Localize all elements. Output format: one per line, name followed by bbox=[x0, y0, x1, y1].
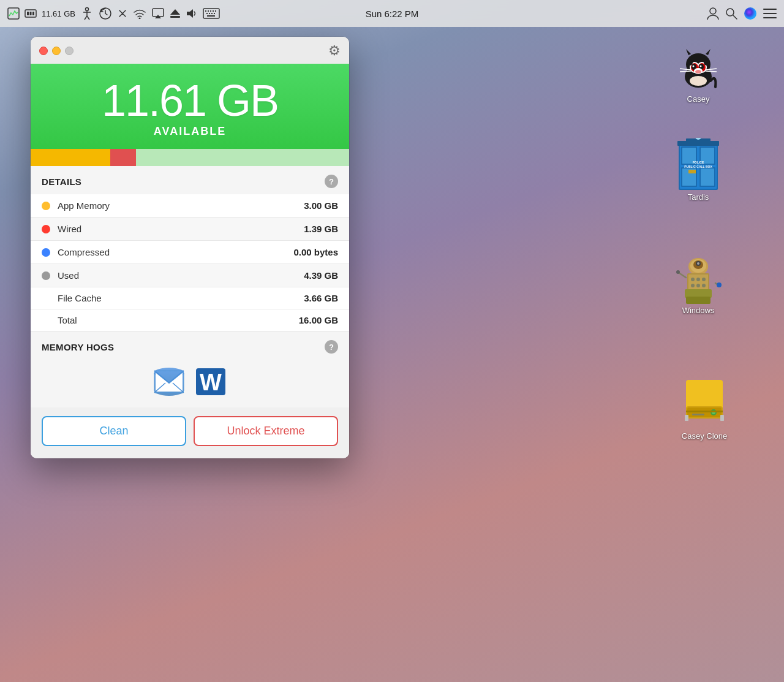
svg-rect-91 bbox=[686, 380, 723, 411]
menubar-right bbox=[707, 7, 777, 20]
detail-row-app-memory: App Memory 3.00 GB bbox=[31, 194, 349, 218]
svg-rect-18 bbox=[205, 10, 206, 12]
svg-line-86 bbox=[679, 273, 686, 278]
casey-icon-image bbox=[674, 43, 723, 92]
desktop-icon-casey-clone[interactable]: Casey Clone bbox=[674, 380, 735, 441]
svg-rect-3 bbox=[30, 12, 32, 15]
memory-menubar-display: 11.61 GB bbox=[42, 9, 75, 18]
keyboard-icon[interactable] bbox=[203, 7, 220, 20]
svg-rect-90 bbox=[686, 297, 710, 304]
detail-row-used: Used 4.39 GB bbox=[31, 264, 349, 287]
wired-label: Wired bbox=[58, 224, 304, 234]
svg-point-87 bbox=[676, 270, 680, 274]
close-button[interactable] bbox=[39, 47, 48, 55]
casey-clone-label: Casey Clone bbox=[682, 431, 727, 441]
svg-marker-49 bbox=[686, 49, 691, 55]
accessibility-icon[interactable] bbox=[80, 7, 94, 20]
wired-value: 1.39 GB bbox=[304, 224, 338, 234]
file-cache-value: 3.66 GB bbox=[304, 293, 338, 303]
mail-hog-icon[interactable] bbox=[153, 366, 185, 398]
compressed-label: Compressed bbox=[58, 247, 293, 257]
dot-used bbox=[42, 271, 50, 280]
svg-line-30 bbox=[733, 15, 737, 19]
bar-app-memory bbox=[31, 149, 110, 166]
used-value: 4.39 GB bbox=[304, 270, 338, 281]
svg-point-55 bbox=[690, 76, 707, 86]
wifi-icon[interactable] bbox=[133, 8, 146, 19]
desktop-icon-casey[interactable]: Casey bbox=[668, 43, 729, 104]
menubar: 11.61 GB bbox=[0, 0, 784, 27]
activity-monitor-icon[interactable] bbox=[7, 7, 20, 20]
casey-clone-icon-image bbox=[680, 380, 729, 429]
hogs-help-icon[interactable]: ? bbox=[325, 340, 338, 354]
svg-point-46 bbox=[695, 70, 701, 74]
svg-point-43 bbox=[693, 66, 695, 67]
details-help-icon[interactable]: ? bbox=[325, 175, 338, 188]
available-label: AVAILABLE bbox=[43, 125, 337, 138]
windows-icon-image bbox=[674, 254, 723, 303]
svg-point-29 bbox=[726, 9, 734, 16]
maximize-button[interactable] bbox=[65, 47, 74, 55]
time-machine-icon[interactable] bbox=[99, 7, 112, 20]
tardis-icon-image: POLICE PUBLIC CALL BOX bbox=[674, 141, 723, 190]
user-icon[interactable] bbox=[707, 7, 719, 20]
details-section: DETAILS ? App Memory 3.00 GB Wired 1.39 … bbox=[31, 166, 349, 332]
svg-point-81 bbox=[702, 278, 706, 281]
svg-point-11 bbox=[138, 18, 140, 20]
menu-icon[interactable] bbox=[763, 8, 777, 19]
bar-available bbox=[136, 149, 349, 166]
word-hog-icon[interactable]: W bbox=[195, 366, 227, 398]
memory-header: 11.61 GB AVAILABLE bbox=[31, 64, 349, 149]
menubar-clock: Sun 6:22 PM bbox=[366, 9, 419, 19]
svg-rect-26 bbox=[214, 13, 215, 14]
svg-point-79 bbox=[691, 278, 695, 281]
svg-line-8 bbox=[85, 16, 87, 20]
svg-point-48 bbox=[704, 59, 710, 66]
svg-rect-85 bbox=[685, 289, 712, 298]
svg-rect-27 bbox=[207, 15, 215, 17]
tardis-label: Tardis bbox=[688, 192, 709, 202]
svg-rect-25 bbox=[211, 13, 213, 14]
details-title: DETAILS bbox=[42, 176, 81, 187]
clean-button[interactable]: Clean bbox=[42, 416, 186, 446]
svg-rect-20 bbox=[210, 10, 211, 12]
svg-point-89 bbox=[717, 282, 722, 287]
svg-rect-15 bbox=[170, 16, 180, 18]
bluetooth-icon[interactable] bbox=[117, 7, 128, 20]
app-memory-label: App Memory bbox=[58, 200, 304, 211]
svg-marker-16 bbox=[187, 9, 193, 18]
search-icon[interactable] bbox=[725, 7, 737, 20]
detail-row-file-cache: File Cache 3.66 GB bbox=[31, 287, 349, 309]
desktop-icon-windows[interactable]: Windows bbox=[668, 254, 729, 315]
svg-rect-4 bbox=[32, 12, 34, 15]
dot-app-memory bbox=[42, 202, 50, 210]
app-window: ⚙ 11.61 GB AVAILABLE DETAILS ? App Memor… bbox=[31, 37, 349, 458]
detail-row-total: Total 16.00 GB bbox=[31, 309, 349, 332]
minimize-button[interactable] bbox=[52, 47, 61, 55]
svg-line-54 bbox=[706, 71, 717, 72]
detail-row-compressed: Compressed 0.00 bytes bbox=[31, 241, 349, 264]
unlock-extreme-button[interactable]: Unlock Extreme bbox=[194, 416, 338, 446]
svg-rect-96 bbox=[692, 414, 704, 415]
svg-rect-65 bbox=[701, 169, 714, 186]
eject-icon[interactable] bbox=[170, 7, 181, 20]
siri-icon[interactable] bbox=[744, 7, 757, 20]
airplay-icon[interactable] bbox=[151, 7, 165, 20]
hogs-title: MEMORY HOGS bbox=[42, 342, 114, 352]
svg-point-28 bbox=[710, 8, 716, 14]
dot-compressed bbox=[42, 248, 50, 257]
svg-point-80 bbox=[696, 278, 700, 281]
action-buttons: Clean Unlock Extreme bbox=[31, 407, 349, 458]
svg-rect-22 bbox=[215, 10, 216, 12]
details-header: DETAILS ? bbox=[31, 166, 349, 194]
desktop-icon-tardis[interactable]: POLICE PUBLIC CALL BOX Tardis bbox=[668, 141, 729, 202]
svg-rect-99 bbox=[686, 411, 723, 412]
svg-rect-23 bbox=[206, 13, 208, 14]
windows-label: Windows bbox=[682, 306, 715, 315]
svg-text:PUBLIC CALL BOX: PUBLIC CALL BOX bbox=[684, 165, 712, 169]
volume-icon[interactable] bbox=[186, 7, 198, 20]
used-label: Used bbox=[58, 270, 304, 281]
total-label: Total bbox=[58, 315, 299, 325]
memory-icon[interactable] bbox=[24, 7, 37, 20]
settings-icon[interactable]: ⚙ bbox=[328, 43, 341, 59]
